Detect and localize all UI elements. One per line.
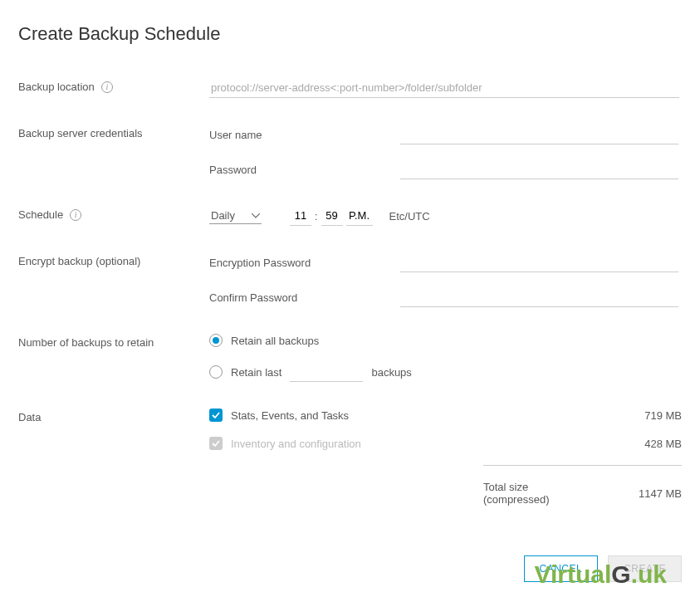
- label-retain-last: Retain last: [231, 366, 281, 379]
- info-icon[interactable]: i: [70, 209, 81, 221]
- label-credentials: Backup server credentials: [18, 127, 143, 139]
- label-retain: Number of backups to retain: [18, 336, 154, 349]
- checkbox-inventory: [209, 437, 223, 450]
- username-input[interactable]: [400, 125, 678, 144]
- password-input[interactable]: [400, 159, 678, 179]
- label-username: User name: [209, 129, 400, 141]
- row-credentials: Backup server credentials User name Pass…: [18, 125, 682, 179]
- total-label: Total size (compressed): [483, 481, 593, 506]
- retain-count-input[interactable]: [290, 362, 363, 382]
- time-separator: :: [315, 210, 318, 223]
- frequency-select[interactable]: Daily: [209, 208, 262, 224]
- label-retain-all: Retain all backups: [231, 335, 319, 347]
- label-backups-suffix: backups: [371, 366, 411, 379]
- row-retain: Number of backups to retain Retain all b…: [18, 334, 682, 382]
- row-schedule: Schedule i Daily : Etc/UTC: [18, 206, 682, 226]
- row-backup-location: Backup location i: [18, 78, 682, 98]
- page-title: Create Backup Schedule: [18, 23, 682, 45]
- ampm-input[interactable]: [346, 206, 373, 226]
- row-encrypt: Encrypt backup (optional) Encryption Pas…: [18, 252, 682, 307]
- label-data: Data: [18, 411, 41, 423]
- chevron-down-icon: [252, 213, 260, 218]
- data-item-size: 428 MB: [615, 438, 682, 450]
- info-icon[interactable]: i: [101, 81, 113, 93]
- hour-input[interactable]: [290, 206, 311, 226]
- label-confirm-password: Confirm Password: [209, 291, 400, 304]
- label-password: Password: [209, 164, 400, 176]
- check-icon: [212, 439, 220, 448]
- confirm-password-input[interactable]: [400, 287, 678, 307]
- data-item-size: 719 MB: [615, 409, 682, 422]
- radio-retain-last[interactable]: [209, 365, 223, 379]
- data-item-label: Inventory and configuration: [231, 438, 607, 450]
- timezone-text: Etc/UTC: [389, 210, 430, 223]
- backup-location-input[interactable]: [209, 78, 679, 98]
- checkbox-stats[interactable]: [209, 409, 223, 422]
- label-encrypt: Encrypt backup (optional): [18, 255, 140, 267]
- data-item-label: Stats, Events, and Tasks: [231, 409, 607, 422]
- total-size: 1147 MB: [618, 487, 682, 500]
- frequency-value: Daily: [211, 209, 252, 222]
- radio-retain-all[interactable]: [209, 334, 223, 347]
- row-data: Data Stats, Events, and Tasks 719 MB Inv…: [18, 409, 682, 506]
- label-enc-password: Encryption Password: [209, 257, 400, 269]
- label-schedule: Schedule: [18, 208, 63, 221]
- minute-input[interactable]: [321, 206, 343, 226]
- create-button: CREATE: [608, 555, 682, 582]
- encryption-password-input[interactable]: [400, 252, 678, 272]
- check-icon: [212, 411, 220, 419]
- label-backup-location: Backup location: [18, 81, 95, 93]
- cancel-button[interactable]: CANCEL: [524, 555, 599, 582]
